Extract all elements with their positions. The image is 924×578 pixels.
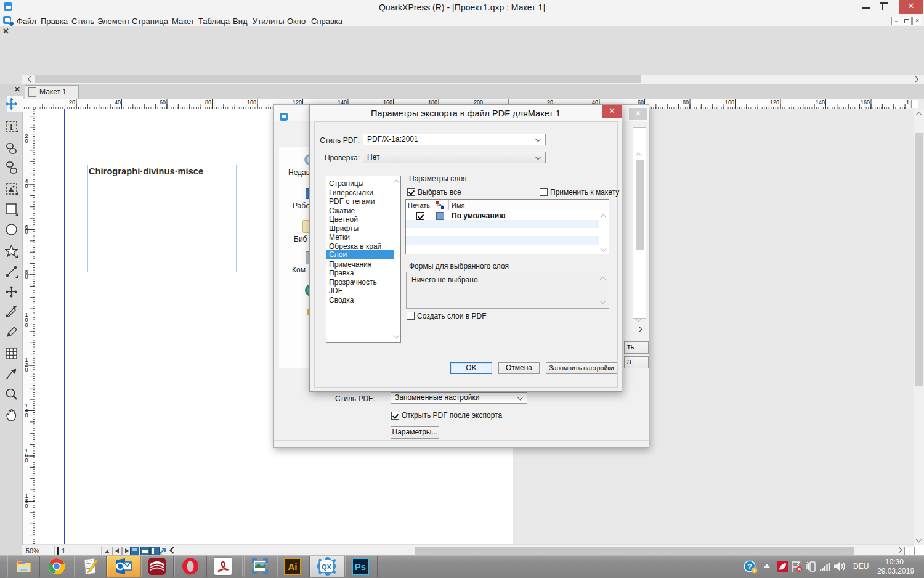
svg-text:QX: QX xyxy=(322,563,332,571)
svg-text:i: i xyxy=(753,568,755,574)
svg-text:T: T xyxy=(9,123,15,132)
